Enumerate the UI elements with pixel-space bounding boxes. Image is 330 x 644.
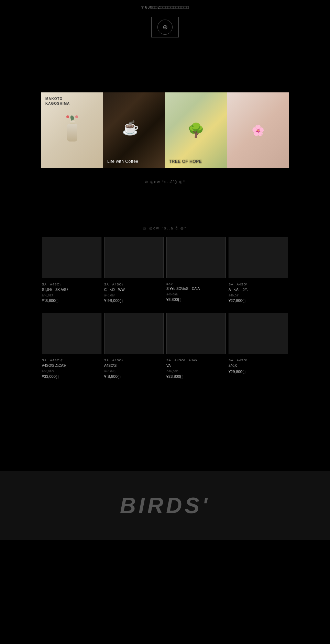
product-name-7: VA: [166, 363, 226, 368]
section-subtitle: ◎ ◎ow °s..ā'ģ,◎°: [0, 216, 330, 237]
product-tag-1: SA A4SO\: [42, 282, 101, 287]
product-name-6: A4SO\S: [104, 363, 164, 368]
featured-image-coffee: [103, 92, 165, 168]
product-card-3[interactable]: ¥A2 S ¥¥u SO\ãuS CA\A ā4б,0āā ¥8,800{ }: [165, 237, 227, 303]
product-card-7[interactable]: SA A4SO\ AJA¥ VA Δ4б,04B ¥23,800{ }: [165, 313, 227, 379]
product-name-4: A <A ,04\: [229, 287, 288, 292]
product-card-5[interactable]: SA A4SO\† A4SO\S Δ\CA2{ ā4б,0āO ¥33,000{…: [41, 313, 103, 379]
featured-item-makoto[interactable]: MAKOTO KAGOSHIMA: [41, 92, 103, 168]
product-price-6: ¥`S,800{ }: [104, 374, 164, 379]
product-card-2[interactable]: SA A4SO\ C <O WW ā4б,0ā4 ¥`9B,000{ }: [103, 237, 165, 303]
product-price-1: ¥`S,800{ }: [42, 298, 101, 303]
product-tag-4: SA A4SO\: [229, 282, 288, 287]
birds-title: BIRDS': [120, 493, 210, 518]
top-bar: 〒680□□2□□□□□□□□□□□: [0, 0, 330, 13]
product-tag-6: SA A4SO\: [104, 358, 164, 363]
product-image-7: [166, 313, 226, 354]
vase-neck: [70, 121, 75, 124]
product-image-1: [42, 237, 101, 278]
product-card-6[interactable]: SA A4SO\ A4SO\S ā4б,04g ¥`S,800{ }: [103, 313, 165, 379]
flower-dot-2: [75, 115, 78, 118]
featured-image-pink: 🌸: [227, 92, 289, 168]
product-name-8: ā4б,0: [229, 363, 288, 368]
product-price-5: ¥33,000{ }: [42, 374, 101, 379]
product-image-8: [229, 313, 288, 354]
product-grid-row1: SA A4SO\ S†,04\ SK A\S \ ā4б,0ā7 ¥`S,800…: [0, 237, 330, 303]
featured-row: MAKOTO KAGOSHIMA Life with Coffee 🌳 TREE…: [0, 92, 330, 168]
top-bar-text: 〒680□□2□□□□□□□□□□□: [141, 5, 189, 9]
section-sub-text: ◎ ◎ow °s..ā'ģ,◎°: [143, 226, 187, 230]
product-num-7: Δ4б,04B: [166, 370, 226, 373]
coffee-cup-icon: [122, 120, 146, 140]
product-name-5: A4SO\S Δ\CA2{: [42, 363, 101, 368]
product-price-7: ¥23,800{ }: [166, 374, 226, 379]
product-num-6: ā4б,04g: [104, 370, 164, 373]
leaf-decoration: [70, 115, 75, 121]
product-image-4: [229, 237, 288, 278]
product-tag-8: SA A4SO\: [229, 358, 288, 363]
spacer-2: [0, 382, 330, 451]
featured-item-tree[interactable]: 🌳 TREE OF HOPE: [165, 92, 227, 168]
vase-body: [67, 124, 77, 142]
product-name-2: C <O WW: [104, 287, 164, 292]
product-num-2: ā4б,0ā4: [104, 294, 164, 297]
featured-image-tree: 🌳: [165, 92, 227, 168]
featured-item-coffee[interactable]: Life with Coffee: [103, 92, 165, 168]
mid-text: ⊕ ◎ow °s..ā'ģ,◎°: [145, 180, 186, 184]
flower-decoration: [66, 115, 78, 120]
logo-section: ⊕: [0, 13, 330, 44]
product-tag-3: ¥A2: [166, 282, 226, 286]
product-tag-7: SA A4SO\ AJA¥: [166, 358, 226, 363]
product-price-3: ¥8,800{ }: [166, 297, 226, 302]
product-name-1: S†,04\ SK A\S \: [42, 287, 101, 292]
product-image-6: [104, 313, 164, 354]
product-num-5: ā4б,0āO: [42, 370, 101, 373]
product-num-4: ā4б,0ā`: [229, 294, 288, 297]
product-tag-2: SA A4SO\: [104, 282, 164, 287]
product-image-5: [42, 313, 101, 354]
birds-section: BIRDS': [0, 471, 330, 540]
product-name-3: S ¥¥u SO\ãuS CA\A: [166, 286, 226, 291]
flower-dot-1: [66, 115, 69, 118]
artist-name: MAKOTO KAGOSHIMA: [45, 97, 70, 106]
product-price-4: ¥27,800{ }: [229, 298, 288, 303]
product-grid-row2: SA A4SO\† A4SO\S Δ\CA2{ ā4б,0āO ¥33,000{…: [0, 313, 330, 379]
product-card-4[interactable]: SA A4SO\ A <A ,04\ ā4б,0ā` ¥27,800{ }: [227, 237, 289, 303]
product-image-2: [104, 237, 164, 278]
product-card-8[interactable]: SA A4SO\ ā4б,0 ¥29,800{ }: [227, 313, 289, 379]
logo-icon: ⊕: [157, 20, 173, 35]
featured-label-tree: TREE OF HOPE: [169, 159, 202, 164]
product-image-3: [166, 237, 226, 278]
hero-area: [0, 44, 330, 92]
product-num-1: ā4б,0ā7: [42, 294, 101, 297]
mid-section: ⊕ ◎ow °s..ā'ģ,◎°: [0, 168, 330, 195]
product-card-1[interactable]: SA A4SO\ S†,04\ SK A\S \ ā4б,0ā7 ¥`S,800…: [41, 237, 103, 303]
product-price-2: ¥`9B,000{ }: [104, 298, 164, 303]
vase-decoration: [66, 115, 78, 145]
product-price-8: ¥29,800{ }: [229, 370, 288, 374]
featured-item-pink[interactable]: 🌸: [227, 92, 289, 168]
product-tag-5: SA A4SO\†: [42, 358, 101, 363]
flower-icon: 🌸: [252, 124, 264, 136]
featured-label-coffee: Life with Coffee: [107, 159, 139, 164]
logo-box[interactable]: ⊕: [151, 17, 179, 37]
tree-icon: 🌳: [186, 116, 206, 144]
spacer-1: [0, 195, 330, 216]
product-num-3: ā4б,0āā: [166, 293, 226, 296]
